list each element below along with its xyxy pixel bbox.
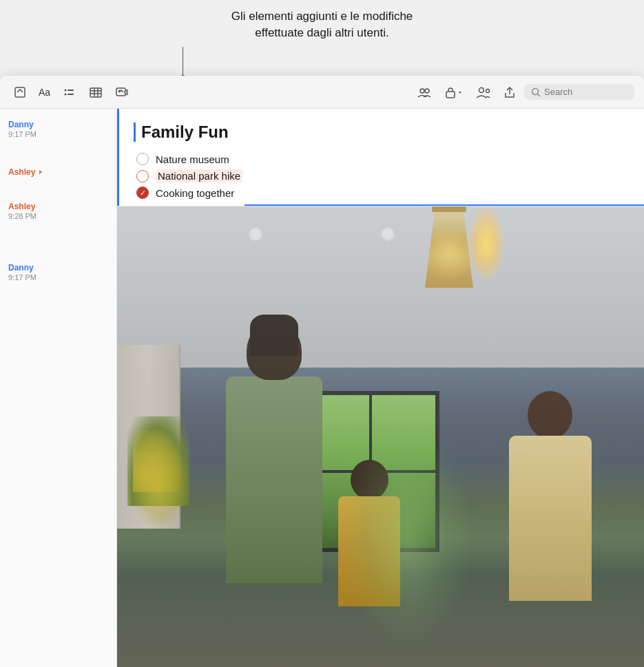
checklist-item-2[interactable]: National park hike: [136, 169, 627, 182]
tooltip-text: Gli elementi aggiunti e le modifiche eff…: [14, 8, 630, 41]
photo-overlay: [117, 207, 644, 667]
checklist-item-2-text: National park hike: [156, 169, 242, 182]
main-area: Danny 9:17 PM Ashley Ashley 9:28 PM Dan: [0, 109, 644, 667]
manage-collab-button[interactable]: [472, 82, 495, 103]
checklist-item-1[interactable]: Nature museum: [136, 153, 627, 165]
lock-button[interactable]: [440, 83, 468, 101]
svg-point-17: [486, 89, 490, 92]
svg-rect-2: [67, 89, 74, 91]
checklist-item-3[interactable]: ✓ Cooking together: [136, 187, 627, 199]
share-button[interactable]: [499, 83, 520, 101]
toolbar: Aa: [0, 76, 644, 109]
user-name-ashley-arrow: Ashley: [8, 167, 108, 177]
svg-point-13: [420, 89, 424, 93]
svg-point-14: [425, 89, 429, 93]
tooltip-line2: effettuate dagli altri utenti.: [255, 26, 388, 39]
svg-line-19: [538, 94, 541, 96]
search-box[interactable]: [524, 84, 634, 100]
user-annotation-danny-2: Danny 9:17 PM: [0, 259, 116, 286]
checkbox-2[interactable]: [136, 170, 149, 182]
user-name-ashley: Ashley: [8, 202, 108, 211]
search-input[interactable]: [544, 87, 627, 97]
check-mark-icon: ✓: [140, 189, 146, 197]
checklist: Nature museum National park hike ✓ Cooki…: [134, 153, 627, 199]
collaboration-button[interactable]: [413, 82, 436, 103]
checklist-item-3-text: Cooking together: [156, 187, 234, 199]
image-area: [117, 207, 644, 667]
new-note-button[interactable]: [10, 83, 30, 101]
svg-rect-5: [90, 88, 101, 97]
svg-point-16: [479, 87, 484, 92]
media-button[interactable]: [111, 83, 133, 102]
note-title: Family Fun: [134, 123, 627, 142]
sidebar: Danny 9:17 PM Ashley Ashley 9:28 PM Dan: [0, 109, 117, 667]
user-time-ashley: 9:28 PM: [8, 212, 108, 220]
app-window: Aa: [0, 76, 644, 667]
note-border-accent: [117, 109, 119, 206]
user-annotation-ashley-2: Ashley 9:28 PM: [0, 198, 116, 224]
svg-rect-15: [446, 92, 455, 98]
checkbox-1[interactable]: [136, 153, 149, 165]
note-toolbar-highlight: [245, 204, 644, 206]
svg-point-3: [65, 93, 67, 95]
user-name-danny: Danny: [8, 120, 108, 129]
tooltip-pointer-line: [183, 47, 183, 76]
chevron-right-icon: [37, 169, 44, 176]
note-area: Family Fun Nature museum National park h…: [117, 109, 644, 667]
svg-rect-4: [67, 94, 74, 95]
table-button[interactable]: [85, 83, 107, 102]
svg-point-1: [65, 89, 67, 91]
list-style-button[interactable]: [59, 83, 81, 102]
checklist-item-1-text: Nature museum: [156, 153, 229, 165]
font-button[interactable]: Aa: [34, 84, 54, 100]
svg-point-18: [532, 88, 539, 94]
checkbox-3[interactable]: ✓: [136, 187, 149, 199]
svg-marker-12: [125, 89, 127, 95]
tooltip-container: Gli elementi aggiunti e le modifiche eff…: [0, 0, 644, 47]
user-name-danny-2: Danny: [8, 263, 108, 273]
tooltip-line1: Gli elementi aggiunti e le modifiche: [231, 10, 413, 23]
note-content[interactable]: Family Fun Nature museum National park h…: [117, 109, 644, 207]
user-time-danny-1: 9:17 PM: [8, 130, 108, 138]
user-annotation-ashley-arrow: Ashley: [0, 163, 116, 181]
user-annotation-danny-1: Danny 9:17 PM: [0, 116, 116, 142]
family-photo: [117, 207, 644, 667]
svg-rect-10: [116, 88, 125, 96]
user-time-danny-2: 9:17 PM: [8, 273, 108, 282]
search-icon: [531, 87, 541, 97]
